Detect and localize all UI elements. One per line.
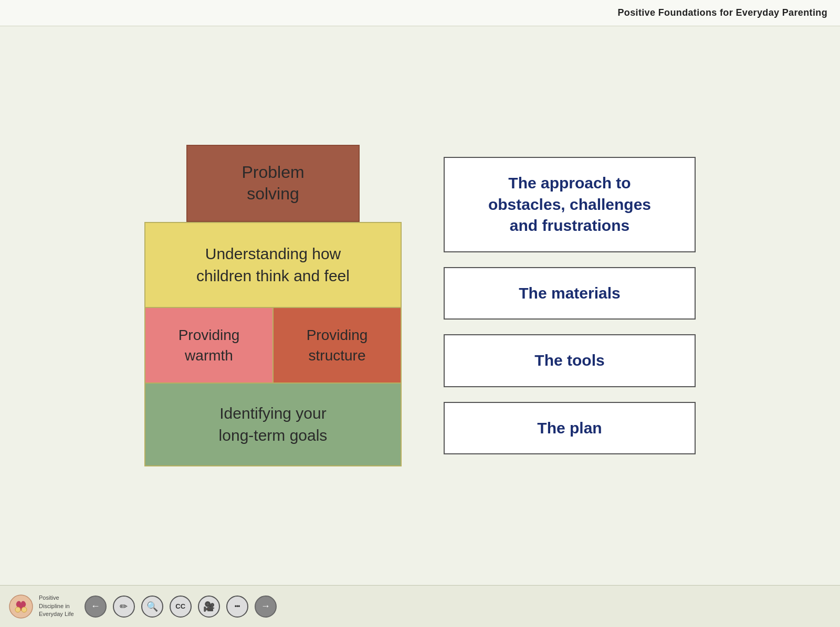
forward-icon: →: [261, 601, 270, 612]
card-plan-label: The plan: [537, 419, 602, 437]
structure-block: Providing structure: [274, 308, 401, 382]
camera-button[interactable]: 🎥: [198, 596, 220, 618]
pencil-button[interactable]: ✏: [113, 596, 135, 618]
goals-label: Identifying your long-term goals: [219, 405, 328, 444]
svg-point-2: [22, 607, 27, 612]
more-button[interactable]: •••: [226, 596, 248, 618]
forward-button[interactable]: →: [255, 596, 277, 618]
pyramid-main: Understanding how children think and fee…: [144, 222, 402, 466]
card-tools[interactable]: The tools: [444, 334, 696, 387]
logo-area: Positive Discipline in Everyday Life: [8, 594, 74, 619]
bottom-toolbar: Positive Discipline in Everyday Life ← ✏…: [0, 585, 840, 627]
top-bar-title: Positive Foundations for Everyday Parent…: [617, 7, 827, 18]
card-plan[interactable]: The plan: [444, 402, 696, 455]
card-materials-label: The materials: [519, 284, 620, 302]
search-icon: 🔍: [146, 601, 158, 612]
top-bar: Positive Foundations for Everyday Parent…: [0, 0, 840, 26]
warmth-structure-row: Providing warmth Providing structure: [145, 308, 401, 384]
logo-icon: [8, 594, 34, 619]
problem-solving-label: Problem solving: [242, 163, 304, 204]
card-materials[interactable]: The materials: [444, 267, 696, 320]
cards-section: The approach to obstacles, challenges an…: [444, 157, 696, 454]
card-approach-label: The approach to obstacles, challenges an…: [488, 174, 651, 234]
back-button[interactable]: ←: [85, 596, 107, 618]
understanding-label: Understanding how children think and fee…: [196, 245, 350, 284]
logo-text: Positive Discipline in Everyday Life: [39, 594, 74, 618]
cc-icon: CC: [175, 602, 185, 610]
card-approach[interactable]: The approach to obstacles, challenges an…: [444, 157, 696, 252]
search-button[interactable]: 🔍: [141, 596, 163, 618]
problem-solving-block: Problem solving: [186, 145, 360, 222]
svg-point-1: [15, 607, 20, 612]
pyramid-section: Problem solving Understanding how childr…: [144, 145, 402, 467]
pencil-icon: ✏: [120, 601, 128, 612]
structure-label: Providing structure: [307, 327, 368, 364]
back-icon: ←: [91, 601, 100, 612]
main-content: Problem solving Understanding how childr…: [0, 26, 840, 585]
understanding-block: Understanding how children think and fee…: [145, 223, 401, 308]
warmth-block: Providing warmth: [145, 308, 274, 382]
goals-block: Identifying your long-term goals: [145, 384, 401, 465]
card-tools-label: The tools: [534, 352, 604, 369]
more-icon: •••: [235, 603, 240, 610]
camera-icon: 🎥: [203, 601, 215, 612]
warmth-label: Providing warmth: [178, 327, 240, 364]
cc-button[interactable]: CC: [170, 596, 192, 618]
